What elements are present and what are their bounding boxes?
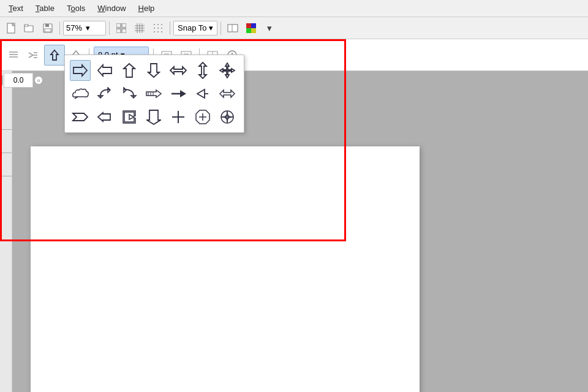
shape-toolbar: 8.0 pt ▾ [0, 39, 588, 71]
svg-marker-71 [220, 90, 235, 97]
svg-point-21 [157, 28, 159, 29]
svg-rect-31 [251, 28, 256, 33]
color-button[interactable] [243, 20, 260, 37]
menu-help[interactable]: Help [132, 1, 161, 15]
arrow-down-bracket[interactable] [143, 107, 164, 127]
right-indent-button[interactable] [24, 47, 42, 64]
grid-button-3[interactable] [149, 20, 167, 37]
arrow-left-hollow[interactable] [94, 60, 115, 81]
svg-rect-28 [246, 23, 251, 28]
arrow-up-hollow[interactable] [119, 60, 140, 81]
svg-marker-62 [124, 88, 126, 92]
arrow-cross[interactable] [168, 107, 189, 127]
svg-point-25 [161, 31, 162, 32]
separator-4 [221, 21, 221, 35]
arrow-back-left[interactable] [94, 107, 115, 127]
svg-marker-60 [108, 88, 110, 92]
svg-marker-73 [129, 115, 134, 119]
arrow-notch-right-out[interactable] [70, 107, 91, 127]
arrow-octagon-plus[interactable] [192, 107, 213, 127]
left-indent-button[interactable] [5, 47, 22, 64]
position-indicator [1, 75, 2, 85]
separator-2 [109, 21, 110, 35]
open-button[interactable] [21, 20, 38, 37]
svg-rect-6 [45, 29, 51, 32]
svg-marker-55 [170, 67, 186, 74]
position-lock[interactable]: ○ [34, 76, 43, 85]
view-button[interactable] [224, 20, 241, 37]
svg-point-18 [157, 24, 159, 25]
new-button[interactable] [2, 20, 20, 37]
arrow-lr-hollow[interactable] [168, 60, 189, 81]
main-area: 8.0 pt ▾ [0, 39, 588, 392]
arrow-striped[interactable] [143, 83, 164, 104]
snap-dropdown-icon: ▾ [209, 23, 213, 32]
arrow-right-solid[interactable] [168, 83, 189, 104]
svg-point-24 [157, 31, 159, 32]
arrow-star-move[interactable] [217, 107, 238, 127]
svg-rect-26 [228, 24, 238, 32]
main-toolbar: 57% ▾ Snap To ▾ ▾ [0, 17, 588, 39]
svg-marker-68 [180, 90, 186, 97]
svg-marker-72 [73, 113, 88, 121]
zoom-dropdown-icon: ▾ [86, 23, 103, 32]
more-button[interactable]: ▾ [261, 20, 278, 37]
arrow-move[interactable] [217, 60, 238, 81]
svg-rect-7 [116, 23, 121, 28]
save-button[interactable] [39, 20, 56, 37]
svg-marker-69 [197, 89, 205, 98]
menu-table[interactable]: Table [29, 1, 61, 15]
svg-marker-38 [51, 50, 58, 60]
svg-rect-29 [251, 23, 256, 28]
snap-to-button[interactable]: Snap To ▾ [173, 21, 217, 36]
arrow-curve-right[interactable] [119, 83, 140, 104]
arrow-bracket[interactable] [119, 107, 140, 127]
svg-rect-9 [116, 29, 121, 33]
svg-marker-56 [199, 62, 206, 78]
arrow-cloud[interactable] [70, 83, 91, 104]
separator-1 [59, 21, 60, 35]
snap-label: Snap To [178, 23, 206, 32]
arrow-ud-hollow[interactable] [192, 60, 213, 81]
svg-rect-3 [24, 24, 28, 26]
menubar: Text Table Tools Window Help [0, 0, 588, 17]
menu-text[interactable]: Text [2, 1, 29, 15]
zoom-value: 57% [66, 23, 83, 32]
svg-point-22 [161, 28, 162, 29]
position-control: ○ [1, 73, 43, 88]
svg-point-17 [154, 24, 155, 25]
svg-marker-52 [98, 65, 111, 76]
svg-marker-51 [74, 65, 87, 76]
arrow-picker-panel [64, 55, 244, 133]
arrow-down-hollow[interactable] [143, 60, 164, 81]
arrow-right-hollow[interactable] [70, 60, 91, 81]
svg-rect-8 [122, 23, 126, 28]
grid-button-2[interactable] [131, 20, 148, 37]
grid-button-1[interactable] [113, 20, 130, 37]
arrow-triangle-outline[interactable] [192, 83, 213, 104]
content-area[interactable]: 8.0 pt ▾ [0, 39, 588, 392]
svg-rect-10 [122, 29, 126, 33]
menu-window[interactable]: Window [91, 1, 132, 15]
svg-marker-74 [147, 110, 160, 124]
arrow-down-button[interactable] [44, 45, 65, 66]
menu-tools[interactable]: Tools [61, 1, 91, 15]
arrow-double-head[interactable] [217, 83, 238, 104]
separator-3 [170, 21, 170, 35]
svg-marker-53 [124, 64, 135, 77]
svg-point-23 [154, 31, 155, 32]
svg-point-19 [161, 24, 162, 25]
position-input[interactable] [4, 73, 33, 88]
document-page [31, 146, 420, 392]
vertical-ruler [0, 39, 12, 392]
svg-marker-63 [146, 90, 161, 97]
svg-rect-5 [45, 24, 49, 27]
zoom-selector[interactable]: 57% ▾ [63, 21, 106, 36]
svg-marker-54 [148, 64, 159, 77]
svg-point-20 [154, 28, 155, 29]
arrow-curve-left[interactable] [94, 83, 115, 104]
svg-marker-57 [220, 63, 235, 78]
svg-rect-30 [246, 28, 251, 33]
